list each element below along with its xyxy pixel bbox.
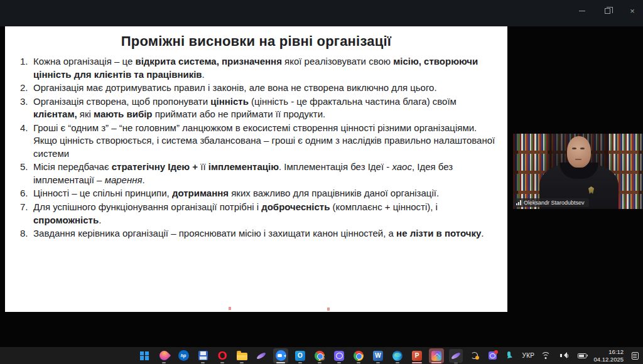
window-titlebar: × (0, 0, 643, 26)
taskbar-app-chrome[interactable] (351, 348, 366, 363)
taskbar-app-outlook[interactable]: O (293, 348, 308, 363)
tray-mic-app[interactable] (504, 349, 517, 363)
viber-icon (334, 351, 344, 361)
feather-icon (256, 351, 266, 360)
opera-icon: O (218, 350, 227, 361)
restore-button[interactable] (599, 4, 615, 18)
close-button[interactable]: × (624, 4, 640, 18)
taskbar-app-opera[interactable]: O (215, 348, 230, 363)
slide-title: Проміжні висновки на рівні організації (5, 33, 507, 50)
slide-footnote-mark (229, 307, 231, 310)
list-item: Гроші є “одним з” – “не головним” ланцюж… (20, 122, 497, 161)
floppy-save-icon (198, 351, 208, 360)
chrome-profile-icon (315, 351, 325, 361)
file-explorer-icon (237, 353, 247, 360)
slide-footnote-mark (327, 308, 330, 311)
taskbar-app-word[interactable]: W (370, 348, 386, 363)
taskbar-app-floppy[interactable] (195, 348, 210, 363)
chrome-icon (354, 351, 364, 361)
taskbar-apps: hp O O (137, 347, 463, 364)
slide-list: Кожна організація – це відкрита система,… (5, 55, 507, 240)
minimize-button[interactable] (574, 4, 590, 18)
volume-button[interactable] (557, 349, 571, 363)
webcam-video[interactable]: Oleksandr Starodubtsev (513, 134, 643, 209)
outlook-icon: O (295, 351, 305, 361)
list-item: Місія передбачає стратегічну Ідею + її і… (20, 161, 497, 186)
feather-icon (451, 351, 461, 360)
list-item: Завдання керівника організації – проясню… (20, 227, 497, 240)
battery-button[interactable] (575, 349, 589, 363)
edge-icon (392, 351, 403, 361)
tray-sync-app[interactable] (467, 349, 481, 363)
list-item: Організація створена, щоб пропонувати ці… (20, 95, 497, 121)
zoom-icon (276, 350, 286, 361)
mic-pointer-icon (506, 351, 515, 360)
taskbar-app-drop[interactable] (156, 348, 171, 363)
profile-avatar (320, 355, 325, 361)
battery-icon (578, 353, 586, 358)
list-item: Кожна організація – це відкрита система,… (20, 55, 497, 81)
speaker-icon (560, 352, 568, 359)
tray-viber-app[interactable] (485, 349, 499, 363)
list-item: Організація має дотримуватись правил і з… (20, 82, 497, 95)
sync-icon (471, 352, 478, 359)
chevron-up-icon (434, 353, 440, 360)
word-icon: W (373, 351, 383, 361)
language-indicator[interactable]: УКР (522, 352, 534, 359)
clock[interactable]: 16:12 04.12.2025 (593, 348, 624, 363)
participant-name: Oleksandr Starodubtsev (524, 200, 585, 206)
notification-icon (632, 352, 639, 360)
taskbar: hp O O (0, 347, 643, 364)
windows-start-icon (140, 351, 149, 360)
list-item: Для успішного функціонування організації… (20, 201, 497, 227)
tray-feather-app[interactable] (449, 349, 463, 363)
taskbar-app-powerpoint[interactable]: P (409, 348, 424, 363)
taskbar-app-feather[interactable] (254, 348, 269, 363)
screen: × Проміжні висновки на рівні організації… (0, 0, 643, 364)
viber-icon (489, 351, 497, 360)
system-tray: УКР 16:12 04.12.2025 (431, 347, 642, 364)
list-item: Цінності – це спільні принципи, дотриман… (20, 187, 497, 200)
tray-date: 04.12.2025 (593, 356, 624, 363)
start-button[interactable] (137, 348, 152, 363)
gradient-drop-icon (157, 349, 170, 362)
taskbar-app-viber[interactable] (332, 348, 347, 363)
tray-time: 16:12 (593, 348, 624, 356)
hp-icon: hp (178, 350, 189, 361)
taskbar-app-edge[interactable] (390, 348, 405, 363)
tray-expand-button[interactable] (431, 349, 445, 363)
presentation-slide: Проміжні висновки на рівні організації К… (5, 26, 507, 312)
taskbar-app-explorer[interactable] (234, 348, 249, 363)
taskbar-app-chrome-profile[interactable] (312, 348, 327, 363)
notification-dot (494, 350, 498, 354)
powerpoint-icon: P (412, 351, 422, 361)
taskbar-app-zoom[interactable] (273, 348, 288, 363)
notification-center-button[interactable] (628, 349, 642, 363)
wifi-button[interactable] (539, 349, 553, 363)
wifi-icon (541, 352, 551, 359)
taskbar-app-hp[interactable]: hp (176, 348, 191, 363)
speaker-person (513, 134, 643, 209)
participant-name-tag: Oleksandr Starodubtsev (513, 198, 589, 207)
audio-signal-icon (516, 200, 521, 205)
